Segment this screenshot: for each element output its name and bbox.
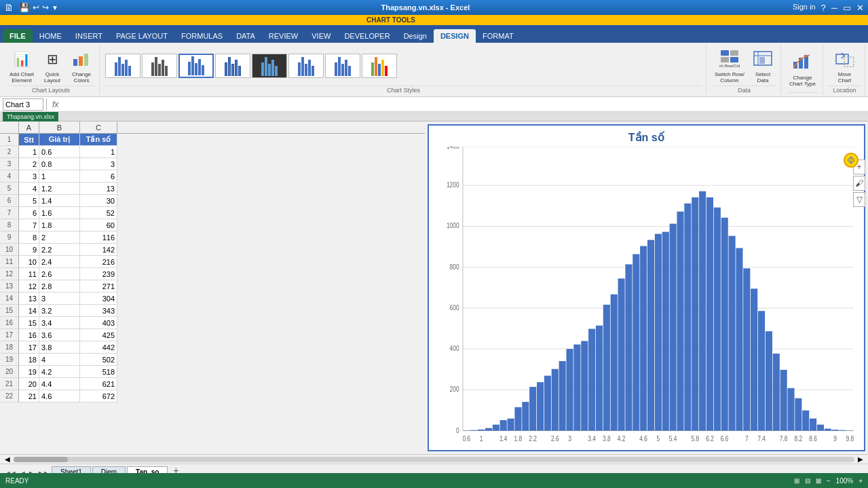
select-data-button[interactable]: SelectData [749, 47, 776, 85]
chart-bar-25[interactable] [647, 240, 654, 431]
chart-bar-31[interactable] [692, 198, 698, 431]
scrollbar-thumb[interactable] [14, 457, 68, 462]
minimize-button[interactable]: ─ [831, 3, 837, 13]
tab-design-word[interactable]: Design [397, 29, 434, 43]
restore-button[interactable]: ▭ [843, 3, 851, 13]
cell-tanso-5[interactable]: 13 [80, 183, 117, 195]
cell-giatri-13[interactable]: 2.8 [39, 280, 80, 293]
chart-bar-11[interactable] [544, 376, 550, 431]
help-icon[interactable]: ? [821, 3, 826, 13]
cell-giatri-20[interactable]: 4.2 [39, 366, 80, 378]
tab-insert[interactable]: INSERT [69, 29, 109, 43]
cell-stt-16[interactable]: 15 [19, 317, 39, 329]
chart-bar-43[interactable] [780, 370, 787, 431]
cell-stt-10[interactable]: 9 [19, 244, 39, 256]
cell-tanso-22[interactable]: 672 [80, 390, 117, 402]
chart-bar-44[interactable] [787, 388, 794, 431]
scrollbar-track[interactable] [14, 457, 854, 462]
cell-tanso-16[interactable]: 403 [80, 317, 117, 329]
cell-tanso-4[interactable]: 6 [80, 170, 117, 183]
tab-data[interactable]: DATA [229, 29, 262, 43]
move-chart-button[interactable]: MoveChart [831, 47, 858, 85]
cell-giatri-16[interactable]: 3.4 [39, 317, 80, 329]
cell-stt-7[interactable]: 6 [19, 207, 39, 219]
cell-tanso-10[interactable]: 142 [80, 244, 117, 256]
cell-stt-19[interactable]: 18 [19, 354, 39, 366]
zoom-out-button[interactable]: − [827, 477, 831, 485]
cell-stt-22[interactable]: 21 [19, 390, 39, 402]
cell-tanso-12[interactable]: 239 [80, 268, 117, 280]
chart-bar-33[interactable] [706, 198, 713, 431]
cell-giatri-5[interactable]: 1.2 [39, 183, 80, 195]
chart-bar-46[interactable] [802, 411, 809, 431]
cell-giatri-17[interactable]: 3.6 [39, 329, 80, 341]
quick-layout-button[interactable]: ⊞ QuickLayout [39, 47, 66, 85]
cell-tanso-2[interactable]: 1 [80, 146, 117, 158]
cell-tanso-20[interactable]: 518 [80, 366, 117, 378]
header-tanso[interactable]: Tần số [80, 134, 117, 146]
header-stt[interactable]: Stt [19, 134, 39, 146]
chart-bar-5[interactable] [499, 420, 506, 431]
chart-style-2[interactable] [142, 54, 177, 78]
add-chart-element-button[interactable]: 📊 Add ChartElement [7, 47, 37, 85]
chart-bar-30[interactable] [684, 204, 691, 431]
cell-giatri-4[interactable]: 1 [39, 170, 80, 183]
cell-stt-8[interactable]: 7 [19, 219, 39, 231]
chart-bar-48[interactable] [816, 425, 823, 431]
chart-bar-51[interactable] [839, 430, 846, 431]
col-header-a[interactable]: A [19, 121, 39, 134]
chart-style-6[interactable] [288, 54, 324, 78]
close-button[interactable]: ✕ [856, 3, 864, 13]
cell-tanso-18[interactable]: 442 [80, 341, 117, 354]
cell-tanso-11[interactable]: 216 [80, 256, 117, 268]
chart-bar-17[interactable] [588, 329, 595, 430]
cell-stt-14[interactable]: 13 [19, 293, 39, 305]
cell-tanso-7[interactable]: 52 [80, 207, 117, 219]
chart-bar-39[interactable] [751, 288, 757, 430]
cell-stt-3[interactable]: 2 [19, 158, 39, 170]
chart-bar-10[interactable] [536, 382, 543, 430]
cell-tanso-15[interactable]: 343 [80, 305, 117, 317]
view-normal-button[interactable]: ⊞ [794, 477, 799, 485]
cell-tanso-3[interactable]: 3 [80, 158, 117, 170]
tab-review[interactable]: REVIEW [262, 29, 305, 43]
chart-bar-13[interactable] [559, 361, 565, 431]
formula-input[interactable] [64, 98, 865, 111]
view-page-break-button[interactable]: ⊠ [816, 477, 821, 485]
chart-style-1[interactable] [105, 54, 140, 78]
header-giatri[interactable]: Giá trị [39, 134, 80, 146]
name-box[interactable]: Chart 3 [3, 98, 43, 111]
cell-tanso-14[interactable]: 304 [80, 293, 117, 305]
cell-stt-17[interactable]: 16 [19, 329, 39, 341]
chart-bar-41[interactable] [765, 331, 772, 431]
sign-in-link[interactable]: Sign in [793, 3, 816, 13]
chart-bar-26[interactable] [654, 234, 661, 431]
cell-tanso-8[interactable]: 60 [80, 219, 117, 231]
chart-bar-49[interactable] [824, 429, 831, 431]
chart-bar-42[interactable] [772, 354, 779, 431]
undo-icon[interactable]: ↩ [33, 3, 39, 12]
tab-formulas[interactable]: FORMULAS [174, 29, 229, 43]
tab-home[interactable]: HOME [33, 29, 69, 43]
chart-bar-7[interactable] [514, 407, 521, 431]
customize-icon[interactable]: ▼ [52, 4, 58, 12]
chart-resize-handle[interactable] [844, 153, 858, 168]
cell-giatri-8[interactable]: 1.8 [39, 219, 80, 231]
chart-bar-28[interactable] [669, 224, 676, 431]
chart-bar-4[interactable] [492, 425, 499, 431]
cell-stt-2[interactable]: 1 [19, 146, 39, 158]
cell-stt-9[interactable]: 8 [19, 231, 39, 244]
chart-bar-40[interactable] [757, 311, 764, 430]
view-layout-button[interactable]: ⊟ [805, 477, 810, 485]
save-icon[interactable]: 💾 [19, 3, 30, 13]
chart-bar-36[interactable] [728, 236, 735, 431]
chart-bar-8[interactable] [522, 402, 529, 430]
chart-style-8[interactable] [362, 54, 397, 78]
chart-bar-16[interactable] [581, 341, 588, 430]
tab-format[interactable]: FORMAT [476, 29, 521, 43]
chart-bar-18[interactable] [595, 326, 602, 431]
chart-bar-34[interactable] [713, 208, 720, 431]
chart-bar-14[interactable] [566, 349, 573, 430]
chart-bar-12[interactable] [551, 369, 558, 431]
tab-pagelayout[interactable]: PAGE LAYOUT [109, 29, 174, 43]
